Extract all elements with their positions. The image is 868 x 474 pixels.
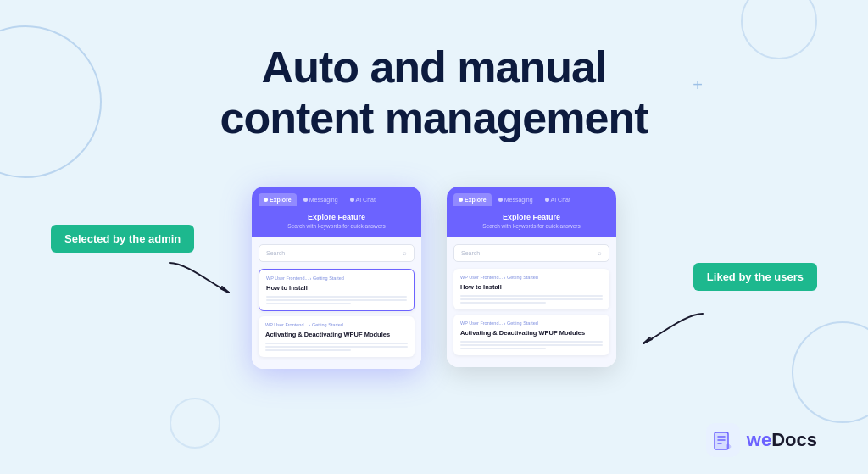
tab-explore-left[interactable]: Explore — [259, 193, 297, 206]
tab-aichat-right[interactable]: AI Chat — [540, 193, 576, 206]
widget-search-right: Search ⌕ — [447, 237, 616, 269]
article-title-1-left: How to Install — [266, 284, 407, 292]
tab-label-aichat-left: AI Chat — [356, 197, 376, 203]
tab-dot-explore-right — [459, 198, 463, 202]
article-breadcrumb-2-left: WP User Frontend... › Getting Started — [265, 322, 408, 327]
tab-dot-explore-left — [264, 198, 268, 202]
plus-decoration-right: + — [693, 76, 703, 93]
widget-card-left: Explore Messaging AI Chat Explore Featur… — [252, 187, 421, 369]
widget-body-right: WP User Frontend... › Getting Started Ho… — [447, 269, 616, 367]
wedocs-icon — [706, 423, 740, 457]
users-liked-badge: Liked by the users — [693, 263, 817, 291]
headline-line1: Auto and manual — [262, 42, 607, 92]
article-line — [460, 295, 603, 297]
widget-title-left: Explore Feature — [259, 213, 415, 221]
right-label-container: Liked by the users — [693, 263, 817, 291]
article-lines-1-right — [460, 295, 603, 304]
main-container: Auto and manual content management Selec… — [0, 0, 868, 474]
widget-body-left: WP User Frontend... › Getting Started Ho… — [252, 269, 421, 369]
tab-aichat-left[interactable]: AI Chat — [345, 193, 381, 206]
article-breadcrumb-2-right: WP User Frontend... › Getting Started — [460, 321, 603, 326]
article-lines-1-left — [266, 296, 407, 304]
wedocs-logo-svg — [713, 430, 733, 450]
article-title-1-right: How to Install — [460, 283, 603, 291]
search-placeholder-left: Search — [266, 250, 285, 256]
headline-line2: content management — [220, 93, 648, 142]
tab-dot-aichat-left — [350, 198, 354, 202]
article-item-1-left[interactable]: WP User Frontend... › Getting Started Ho… — [259, 269, 415, 311]
widget-card-right: Explore Messaging AI Chat Explore Featur… — [447, 187, 616, 367]
article-line — [460, 344, 603, 346]
article-item-1-right[interactable]: WP User Frontend... › Getting Started Ho… — [453, 269, 609, 309]
wedocs-brand: weDocs — [706, 423, 817, 457]
search-box-right[interactable]: Search ⌕ — [453, 244, 609, 262]
article-lines-2-left — [265, 343, 408, 351]
tab-label-aichat-right: AI Chat — [551, 197, 570, 203]
widget-title-area-right: Explore Feature Search with keywords for… — [447, 206, 616, 237]
article-item-2-right[interactable]: WP User Frontend... › Getting Started Ac… — [453, 315, 609, 355]
tab-dot-messaging-right — [498, 198, 503, 202]
article-line — [266, 296, 407, 298]
widget-title-right: Explore Feature — [453, 213, 609, 221]
tab-explore-right[interactable]: Explore — [453, 193, 492, 206]
article-line — [266, 299, 407, 301]
article-title-2-left: Activating & Deactivating WPUF Modules — [265, 331, 408, 338]
widget-subtitle-right: Search with keywords for quick answers — [453, 223, 609, 229]
widget-search-left: Search ⌕ — [252, 237, 421, 269]
wedocs-docs: Docs — [771, 429, 817, 450]
search-icon-left: ⌕ — [403, 249, 407, 257]
article-line-short — [265, 349, 351, 351]
tab-messaging-left[interactable]: Messaging — [298, 193, 343, 206]
widget-title-area-left: Explore Feature Search with keywords for… — [252, 206, 421, 237]
article-line-short — [460, 348, 546, 349]
tab-label-messaging-right: Messaging — [504, 197, 533, 203]
wedocs-we: we — [747, 429, 771, 450]
arrow-left — [161, 254, 237, 297]
article-line-short — [460, 302, 546, 304]
search-box-left[interactable]: Search ⌕ — [259, 244, 415, 262]
article-line — [460, 341, 603, 343]
main-headline: Auto and manual content management — [220, 42, 648, 144]
article-line-short — [266, 303, 351, 304]
article-breadcrumb-1-right: WP User Frontend... › Getting Started — [460, 275, 603, 280]
article-line — [265, 343, 408, 344]
article-line — [265, 346, 408, 348]
tab-label-messaging-left: Messaging — [309, 197, 338, 203]
article-breadcrumb-1-left: WP User Frontend... › Getting Started — [266, 276, 407, 281]
wedocs-text: weDocs — [747, 429, 817, 451]
search-icon-right: ⌕ — [598, 249, 602, 257]
arrow-right — [635, 305, 711, 348]
search-placeholder-right: Search — [461, 250, 480, 256]
widget-subtitle-left: Search with keywords for quick answers — [259, 223, 415, 229]
tab-label-explore-left: Explore — [270, 197, 292, 203]
admin-selected-badge: Selected by the admin — [51, 225, 194, 253]
article-item-2-left[interactable]: WP User Frontend... › Getting Started Ac… — [259, 316, 415, 357]
widget-tabs-left: Explore Messaging AI Chat — [252, 187, 421, 206]
tab-messaging-right[interactable]: Messaging — [493, 193, 538, 206]
tab-label-explore-right: Explore — [465, 197, 487, 203]
content-area: Selected by the admin Explore Messaging — [0, 178, 868, 369]
left-label-container: Selected by the admin — [51, 225, 194, 253]
article-title-2-right: Activating & Deactivating WPUF Modules — [460, 329, 603, 337]
tab-dot-aichat-right — [545, 198, 549, 202]
article-lines-2-right — [460, 341, 603, 349]
widget-tabs-right: Explore Messaging AI Chat — [447, 187, 616, 206]
tab-dot-messaging-left — [303, 198, 308, 202]
article-line — [460, 298, 603, 300]
